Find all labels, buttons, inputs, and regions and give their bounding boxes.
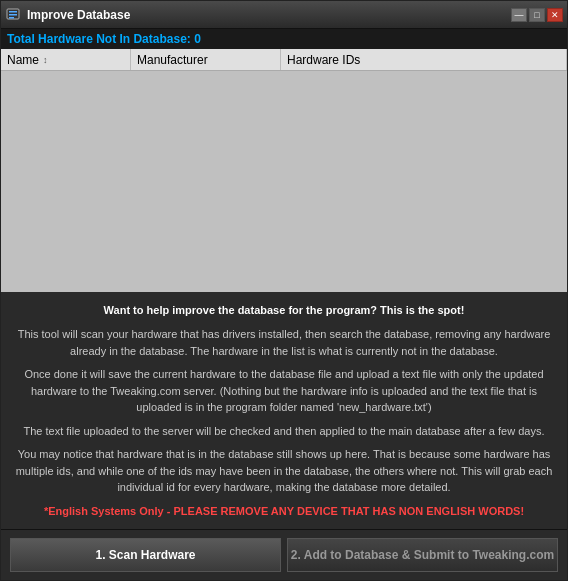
- info-para-4: You may notice that hardware that is in …: [15, 446, 553, 496]
- english-warning: *English Systems Only - PLEASE REMOVE AN…: [15, 503, 553, 520]
- hw-count-header: Total Hardware Not In Database: 0: [1, 29, 567, 49]
- svg-rect-2: [9, 14, 17, 16]
- svg-rect-3: [9, 17, 14, 19]
- hardware-table: Name ↕ Manufacturer Hardware IDs: [1, 49, 567, 292]
- window-title: Improve Database: [27, 8, 511, 22]
- close-button[interactable]: ✕: [547, 8, 563, 22]
- app-icon: [5, 7, 21, 23]
- sort-icon: ↕: [43, 55, 48, 65]
- info-para-1: This tool will scan your hardware that h…: [15, 326, 553, 359]
- info-section: Want to help improve the database for th…: [1, 292, 567, 530]
- hw-count-label: Total Hardware Not In Database: 0: [7, 32, 201, 46]
- col-header-hwids[interactable]: Hardware IDs: [281, 49, 567, 70]
- table-body: [1, 71, 567, 292]
- col-header-manufacturer[interactable]: Manufacturer: [131, 49, 281, 70]
- maximize-button[interactable]: □: [529, 8, 545, 22]
- window-controls: — □ ✕: [511, 8, 563, 22]
- scan-hardware-button[interactable]: 1. Scan Hardware: [10, 538, 281, 572]
- title-bar: Improve Database — □ ✕: [1, 1, 567, 29]
- button-row: 1. Scan Hardware 2. Add to Database & Su…: [1, 529, 567, 580]
- col-header-name[interactable]: Name ↕: [1, 49, 131, 70]
- submit-database-button[interactable]: 2. Add to Database & Submit to Tweaking.…: [287, 538, 558, 572]
- svg-rect-1: [9, 11, 17, 13]
- minimize-button[interactable]: —: [511, 8, 527, 22]
- info-para-2: Once done it will save the current hardw…: [15, 366, 553, 416]
- info-title: Want to help improve the database for th…: [15, 302, 553, 319]
- main-window: Improve Database — □ ✕ Total Hardware No…: [0, 0, 568, 581]
- table-header: Name ↕ Manufacturer Hardware IDs: [1, 49, 567, 71]
- info-para-3: The text file uploaded to the server wil…: [15, 423, 553, 440]
